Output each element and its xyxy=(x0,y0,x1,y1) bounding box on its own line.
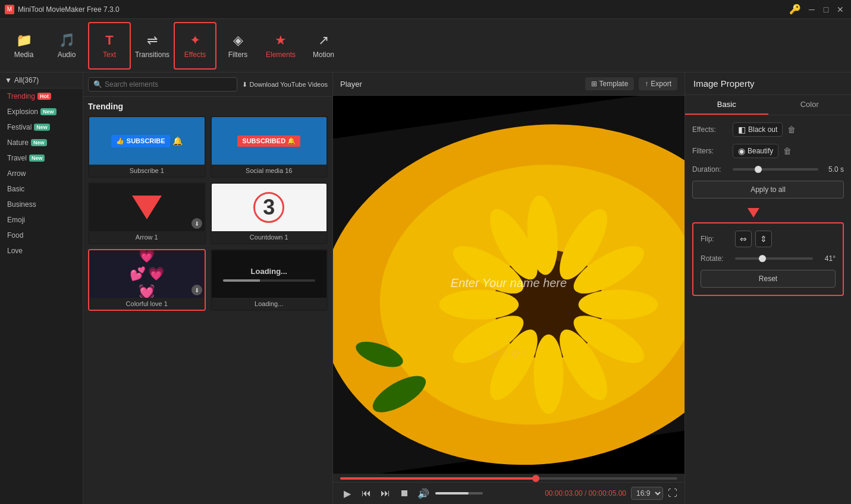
sidebar-item-arrow[interactable]: Arrow xyxy=(0,166,83,181)
delete-effect-button[interactable]: 🗑 xyxy=(786,124,797,136)
media-icon: 📁 xyxy=(16,33,32,48)
player-video[interactable]: Enter Your name here ♡ ♡ ♡ ♡ xyxy=(333,96,684,474)
black-out-icon: ◧ xyxy=(738,125,746,134)
heart-overlay-3: ♡ xyxy=(511,349,519,360)
toolbar-effects[interactable]: ✦ Effects xyxy=(174,22,216,70)
main-area: ▼ All(367) Trending Hot Explosion New Fe… xyxy=(0,73,851,504)
motion-icon: ↗ xyxy=(318,33,329,48)
sidebar-item-festival[interactable]: Festival New xyxy=(0,119,83,135)
sidebar-explosion-badge: New xyxy=(40,108,56,115)
sidebar-item-explosion[interactable]: Explosion New xyxy=(0,104,83,119)
filters-row: Filters: ◉ Beautify 🗑 xyxy=(692,144,844,158)
countdown1-label: Countdown 1 xyxy=(212,231,327,243)
minimize-button[interactable]: ─ xyxy=(806,4,818,15)
search-box[interactable]: 🔍 xyxy=(88,77,237,92)
social16-label: Social media 16 xyxy=(212,165,327,177)
sidebar-collapse-arrow: ▼ xyxy=(5,76,12,84)
sidebar-travel-badge: New xyxy=(29,155,45,162)
properties-panel: Image Property Basic Color Effects: ◧ Bl… xyxy=(684,73,851,504)
loading-bar-preview xyxy=(223,279,315,282)
window-controls: ─ □ ✕ xyxy=(806,4,846,15)
delete-filter-button[interactable]: 🗑 xyxy=(782,145,793,157)
element-card-subscribe1[interactable]: 👍 SUBSCRIBE 🔔 Subscribe 1 xyxy=(88,116,206,178)
sidebar: ▼ All(367) Trending Hot Explosion New Fe… xyxy=(0,73,83,504)
sidebar-business-label: Business xyxy=(7,200,36,209)
volume-slider[interactable] xyxy=(435,492,483,494)
duration-handle[interactable] xyxy=(755,166,762,173)
subscribe1-label: Subscribe 1 xyxy=(89,165,205,177)
download-youtube-link[interactable]: ⬇ Download YouTube Videos xyxy=(242,81,328,89)
sidebar-item-emoji[interactable]: Emoji xyxy=(0,212,83,228)
sidebar-all-header[interactable]: ▼ All(367) xyxy=(0,73,83,89)
element-card-countdown1[interactable]: 3 Countdown 1 xyxy=(211,182,328,244)
player-title: Player xyxy=(340,80,362,89)
rotate-value: 41° xyxy=(818,254,836,263)
toolbar-motion[interactable]: ↗ Motion xyxy=(302,22,345,70)
toolbar-elements[interactable]: ★ Elements xyxy=(259,22,302,70)
element-card-loading[interactable]: Loading... Loading... xyxy=(211,249,328,311)
tab-color[interactable]: Color xyxy=(768,95,852,115)
sidebar-item-trending[interactable]: Trending Hot xyxy=(0,89,83,104)
loading-thumb: Loading... xyxy=(212,250,327,298)
sidebar-item-basic[interactable]: Basic xyxy=(0,181,83,197)
black-out-chip[interactable]: ◧ Black out xyxy=(733,122,783,137)
sidebar-item-food[interactable]: Food xyxy=(0,228,83,243)
arrow1-thumb: ⬇ xyxy=(89,184,205,231)
app-title: MiniTool MovieMaker Free 7.3.0 xyxy=(18,5,789,14)
template-button[interactable]: ⊞ Template xyxy=(585,77,635,90)
sidebar-item-love[interactable]: Love xyxy=(0,243,83,259)
search-input[interactable] xyxy=(105,80,232,89)
thumbsup-icon: 👍 xyxy=(116,137,124,145)
prev-button[interactable]: ⏮ xyxy=(359,486,373,500)
heart-icon-1: 💗 xyxy=(139,250,155,264)
flip-vertical-button[interactable]: ⇕ xyxy=(755,231,772,247)
toolbar-audio[interactable]: 🎵 Audio xyxy=(45,22,88,70)
apply-to-all-button[interactable]: Apply to all xyxy=(692,181,844,199)
template-icon: ⊞ xyxy=(591,80,597,88)
player-timeline[interactable] xyxy=(333,474,684,482)
sidebar-nature-label: Nature xyxy=(7,138,29,147)
sidebar-item-business[interactable]: Business xyxy=(0,197,83,212)
sidebar-arrow-label: Arrow xyxy=(7,169,26,178)
close-button[interactable]: ✕ xyxy=(834,4,846,15)
aspect-ratio-select[interactable]: 16:9 9:16 1:1 xyxy=(631,487,663,500)
timeline-handle[interactable] xyxy=(532,475,539,482)
toolbar-transitions[interactable]: ⇌ Transitions xyxy=(131,22,174,70)
red-arrow-indicator xyxy=(692,208,844,220)
elements-toolbar: 🔍 ⬇ Download YouTube Videos xyxy=(83,73,332,97)
flip-row: Flip: ⇔ ⇕ xyxy=(701,231,836,247)
toolbar-filters[interactable]: ◈ Filters xyxy=(216,22,259,70)
beautify-chip[interactable]: ◉ Beautify xyxy=(733,144,778,158)
rotate-handle[interactable] xyxy=(759,255,766,262)
duration-slider[interactable] xyxy=(733,168,818,171)
bell-icon: 🔔 xyxy=(172,136,183,146)
next-button[interactable]: ⏭ xyxy=(378,486,392,500)
flip-buttons: ⇔ ⇕ xyxy=(735,231,772,247)
player-area: Player ⊞ Template ↑ Export xyxy=(333,73,684,504)
flip-horizontal-button[interactable]: ⇔ xyxy=(735,231,752,247)
export-button[interactable]: ↑ Export xyxy=(639,77,677,90)
heart-overlay-2: ♡ xyxy=(501,349,508,360)
maximize-button[interactable]: □ xyxy=(820,4,832,15)
reset-button[interactable]: Reset xyxy=(701,270,836,288)
sidebar-explosion-label: Explosion xyxy=(7,108,38,116)
sidebar-item-travel[interactable]: Travel New xyxy=(0,150,83,166)
stop-button[interactable]: ⏹ xyxy=(397,486,412,500)
element-card-colorful-love1[interactable]: 💗 💕 💗 💓 ⬇ Colorful love 1 xyxy=(88,249,206,311)
element-card-arrow1[interactable]: ⬇ Arrow 1 xyxy=(88,182,206,244)
rotate-slider[interactable] xyxy=(735,257,813,260)
sidebar-nature-badge: New xyxy=(31,139,47,146)
volume-button[interactable]: 🔊 xyxy=(416,486,431,500)
play-button[interactable]: ▶ xyxy=(340,486,354,500)
colorful-love1-label: Colorful love 1 xyxy=(89,298,205,310)
toolbar-media[interactable]: 📁 Media xyxy=(2,22,45,70)
tab-basic[interactable]: Basic xyxy=(685,95,768,115)
element-card-social16[interactable]: SUBSCRIBED 🔔 Social media 16 xyxy=(211,116,328,178)
key-icon: 🔑 xyxy=(789,4,801,15)
timeline-bar[interactable] xyxy=(340,477,677,480)
toolbar-text[interactable]: T Text xyxy=(88,22,131,70)
player-header-right: ⊞ Template ↑ Export xyxy=(585,77,677,90)
sidebar-item-nature[interactable]: Nature New xyxy=(0,135,83,150)
fullscreen-button[interactable]: ⛶ xyxy=(668,488,677,499)
sidebar-travel-label: Travel xyxy=(7,154,27,162)
